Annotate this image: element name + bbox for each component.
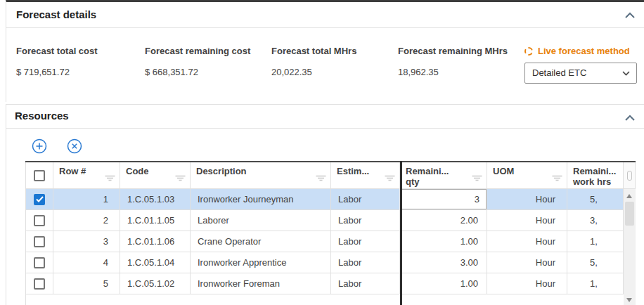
estimate-type-cell: Labor	[331, 231, 400, 252]
filter-icon[interactable]	[105, 173, 115, 183]
table-row[interactable]: 3 1.C.01.1.06 Crane Operator Labor 1.00 …	[25, 231, 636, 252]
table-row[interactable]: 4 1.C.05.1.04 Ironworker Apprentice Labo…	[25, 252, 636, 273]
plus-circle-icon	[32, 138, 47, 154]
page: Forecast details Forecast total cost $ 7…	[0, 0, 644, 305]
description-cell: Ironworker Journeyman	[191, 189, 331, 210]
metric-label: Forecast total cost	[16, 46, 145, 56]
forecast-method-dropdown[interactable]: Detailed ETC	[524, 63, 637, 84]
scroll-up-icon[interactable]	[626, 194, 632, 198]
code-cell: 1.C.01.1.05	[120, 210, 191, 231]
remaining-work-hrs-cell: 1,	[567, 231, 624, 252]
resources-title: Resources	[15, 110, 69, 122]
remaining-work-hrs-cell: 3,	[567, 210, 624, 231]
metric-total-mhrs: Forecast total MHrs 20,022.35	[271, 46, 398, 84]
metric-total-cost: Forecast total cost $ 719,651.72	[16, 46, 145, 84]
remaining-qty-cell[interactable]: 3.00	[400, 252, 487, 273]
table-header-row: Row # Code Description	[25, 161, 636, 189]
chevron-up-icon[interactable]	[624, 9, 637, 19]
remaining-work-hrs-cell: 5,	[567, 189, 624, 210]
add-resource-button[interactable]	[32, 138, 47, 154]
row-num-cell: 4	[53, 252, 120, 273]
description-cell: Laborer	[191, 210, 331, 231]
row-num-cell: 1	[53, 189, 120, 210]
forecast-metrics: Forecast total cost $ 719,651.72 Forecas…	[16, 46, 637, 84]
metric-label: Forecast remaining MHrs	[398, 46, 524, 56]
uom-cell: Hour	[487, 210, 567, 231]
chevron-up-icon[interactable]	[624, 112, 637, 122]
forecast-details-header: Forecast details	[6, 2, 644, 28]
resources-panel: Resources	[6, 104, 644, 305]
forecast-details-panel: Forecast details Forecast total cost $ 7…	[6, 0, 644, 102]
code-cell: 1.C.05.1.03	[120, 189, 191, 210]
remaining-work-hrs-cell: 5,	[567, 252, 624, 273]
row-checkbox[interactable]	[34, 194, 45, 205]
table-left-border-tail	[25, 294, 26, 305]
row-num-cell: 3	[53, 231, 120, 252]
vertical-scrollbar[interactable]	[624, 189, 636, 305]
live-forecast-method: Live forecast method Detailed ETC	[524, 46, 637, 84]
remaining-work-hrs-cell: 1,	[567, 273, 624, 294]
chevron-down-icon	[622, 71, 630, 76]
remaining-qty-input[interactable]	[400, 189, 487, 209]
focused-column-indicator	[400, 161, 402, 305]
description-cell: Crane Operator	[191, 231, 331, 252]
estimate-type-cell: Labor	[331, 210, 400, 231]
remaining-qty-cell	[400, 189, 487, 210]
metric-remaining-cost: Forecast remaining cost $ 668,351.72	[145, 46, 271, 84]
resources-table: Row # Code Description	[25, 161, 636, 294]
estimate-type-cell: Labor	[331, 273, 400, 294]
uom-cell: Hour	[487, 273, 567, 294]
estimate-type-cell: Labor	[331, 252, 400, 273]
row-checkbox[interactable]	[34, 257, 45, 268]
column-header-remaining-qty: Remaini... qty	[400, 162, 487, 189]
code-cell: 1.C.05.1.02	[120, 273, 191, 294]
select-all-checkbox[interactable]	[34, 170, 45, 181]
description-cell: Ironworker Foreman	[191, 273, 331, 294]
filter-icon[interactable]	[552, 173, 562, 183]
remove-resource-button[interactable]	[67, 138, 82, 154]
uom-cell: Hour	[487, 252, 567, 273]
remaining-qty-cell[interactable]: 1.00	[400, 231, 487, 252]
live-forecast-method-label: Live forecast method	[524, 46, 637, 56]
scrollbar-thumb[interactable]	[625, 202, 634, 226]
table-row[interactable]: 5 1.C.05.1.02 Ironworker Foreman Labor 1…	[25, 273, 636, 294]
estimate-type-cell: Labor	[331, 189, 400, 210]
row-num-cell: 2	[53, 210, 120, 231]
x-circle-icon	[67, 138, 82, 154]
code-cell: 1.C.05.1.04	[120, 252, 191, 273]
scroll-down-icon[interactable]	[626, 298, 632, 302]
table-row[interactable]: 1 1.C.05.1.03 Ironworker Journeyman Labo…	[25, 189, 636, 210]
metric-label: Forecast total MHrs	[271, 46, 398, 56]
forecast-details-title: Forecast details	[16, 8, 96, 20]
metric-value: $ 668,351.72	[145, 67, 271, 77]
resources-header: Resources	[6, 105, 644, 129]
code-cell: 1.C.01.1.06	[120, 231, 191, 252]
filter-icon[interactable]	[316, 173, 326, 183]
column-header-uom: UOM	[487, 162, 567, 189]
scrollbar-corner-icon	[627, 171, 632, 181]
filter-icon[interactable]	[385, 173, 395, 183]
column-header-code: Code	[120, 162, 191, 189]
filter-icon[interactable]	[472, 173, 482, 183]
table-row[interactable]: 2 1.C.01.1.05 Laborer Labor 2.00 Hour 3,	[25, 210, 636, 231]
uom-cell: Hour	[487, 231, 567, 252]
row-num-cell: 5	[53, 273, 120, 294]
metric-label: Forecast remaining cost	[145, 46, 271, 56]
metric-remaining-mhrs: Forecast remaining MHrs 18,962.35	[398, 46, 524, 84]
metric-value: 18,962.35	[398, 67, 524, 77]
filter-icon[interactable]	[175, 173, 186, 183]
metric-value: 20,022.35	[271, 67, 398, 77]
row-checkbox[interactable]	[34, 278, 45, 290]
column-header-row-num: Row #	[53, 162, 120, 189]
header-select-all	[25, 162, 53, 189]
forecast-method-selected: Detailed ETC	[532, 67, 586, 78]
scrollbar-header-corner	[624, 162, 636, 189]
row-checkbox[interactable]	[34, 236, 45, 247]
resources-toolbar	[32, 138, 82, 154]
uom-cell: Hour	[487, 189, 567, 210]
row-checkbox[interactable]	[34, 215, 45, 226]
remaining-qty-cell[interactable]: 2.00	[400, 210, 487, 231]
metric-value: $ 719,651.72	[16, 67, 145, 77]
remaining-qty-cell[interactable]: 1.00	[400, 273, 487, 294]
column-header-estimate: Estim...	[331, 162, 400, 189]
